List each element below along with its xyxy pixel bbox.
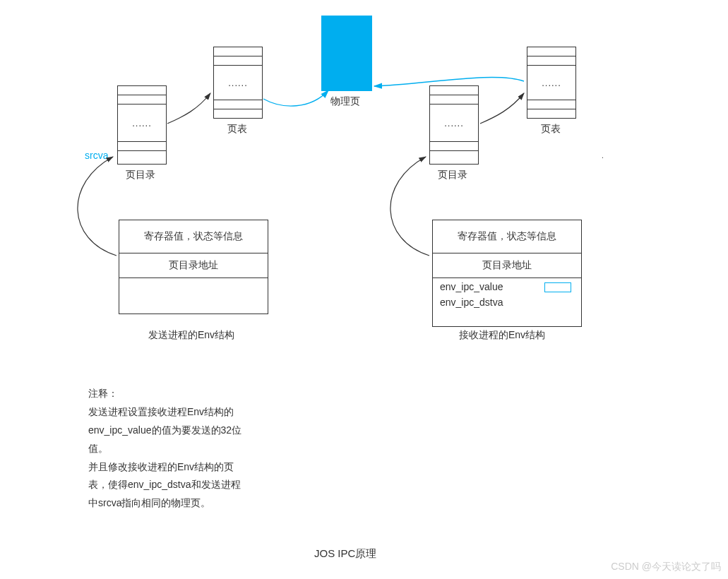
notes-l4: 并且修改接收进程的Env结构的页 bbox=[88, 458, 272, 477]
watermark: CSDN @今天读论文了吗 bbox=[611, 561, 721, 573]
notes-block: 注释： 发送进程设置接收进程Env结构的 env_ipc_value的值为要发送… bbox=[88, 385, 272, 513]
send-env-box: 寄存器值，状态等信息 页目录地址 bbox=[119, 220, 268, 314]
physical-page-label: 物理页 bbox=[330, 95, 360, 108]
notes-l3: 值。 bbox=[88, 440, 272, 458]
recv-page-table-dots: ...... bbox=[527, 66, 575, 100]
send-page-dir-dots: ...... bbox=[118, 105, 166, 142]
diagram-title: JOS IPC原理 bbox=[314, 547, 376, 561]
notes-l2: env_ipc_value的值为要发送的32位 bbox=[88, 422, 272, 440]
recv-env-ipc-value: env_ipc_value bbox=[440, 281, 503, 292]
send-env-row-pdir: 页目录地址 bbox=[119, 253, 268, 278]
send-env-label: 发送进程的Env结构 bbox=[148, 329, 234, 342]
notes-header: 注释： bbox=[88, 385, 272, 403]
recv-page-dir-label: 页目录 bbox=[438, 169, 467, 181]
recv-env-ipc-dstva: env_ipc_dstva bbox=[433, 295, 581, 309]
notes-l6: 中srcva指向相同的物理页。 bbox=[88, 494, 272, 513]
recv-page-dir-dots: ...... bbox=[430, 105, 478, 142]
recv-env-box: 寄存器值，状态等信息 页目录地址 env_ipc_value env_ipc_d… bbox=[432, 220, 582, 327]
notes-l5: 表，使得env_ipc_dstva和发送进程 bbox=[88, 476, 272, 494]
recv-env-label: 接收进程的Env结构 bbox=[459, 329, 545, 342]
physical-page-box bbox=[321, 16, 372, 91]
recv-page-table-label: 页表 bbox=[541, 123, 561, 136]
send-page-table-dots: ...... bbox=[214, 66, 262, 100]
send-page-table: ...... bbox=[213, 47, 263, 119]
send-page-table-label: 页表 bbox=[227, 123, 247, 136]
stray-dot: . bbox=[602, 152, 604, 160]
recv-env-row-pdir: 页目录地址 bbox=[433, 253, 581, 278]
recv-env-ipc-value-box bbox=[544, 282, 571, 292]
srcva-label: srcva bbox=[85, 150, 108, 161]
send-page-dir: ...... bbox=[117, 85, 167, 165]
recv-env-row-regs: 寄存器值，状态等信息 bbox=[433, 220, 581, 253]
notes-l1: 发送进程设置接收进程Env结构的 bbox=[88, 403, 272, 422]
recv-page-table: ...... bbox=[527, 47, 576, 119]
send-page-dir-label: 页目录 bbox=[126, 169, 155, 181]
recv-page-dir: ...... bbox=[429, 85, 479, 165]
send-env-row-regs: 寄存器值，状态等信息 bbox=[119, 220, 268, 253]
